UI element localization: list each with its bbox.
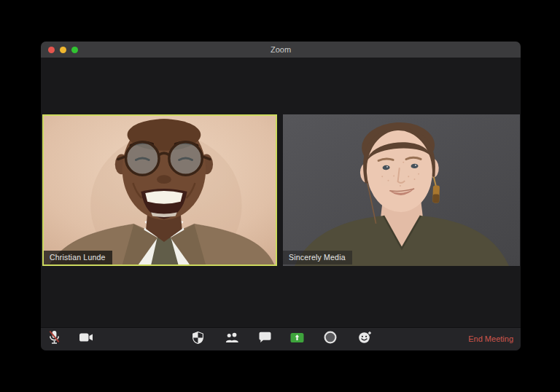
- reactions-smiley-icon: [358, 331, 372, 347]
- mute-button[interactable]: [44, 329, 63, 348]
- video-tile-christian-lunde[interactable]: Christian Lunde: [42, 114, 277, 266]
- shield-icon: [192, 332, 203, 347]
- meeting-toolbar: End Meeting: [41, 327, 521, 350]
- end-meeting-button[interactable]: End Meeting: [468, 328, 513, 350]
- sincerely-media-video-feed: [283, 114, 520, 266]
- participants-button[interactable]: [222, 329, 241, 348]
- record-button[interactable]: [321, 329, 340, 348]
- participant-name-label: Christian Lunde: [44, 251, 112, 264]
- chat-button[interactable]: [255, 329, 274, 348]
- christian-lunde-video-feed: [44, 116, 276, 264]
- window-title: Zoom: [41, 42, 521, 58]
- security-button[interactable]: [188, 329, 207, 348]
- reactions-button[interactable]: [355, 329, 374, 348]
- window-titlebar[interactable]: Zoom: [41, 42, 521, 58]
- participant-name-label: Sincerely Media: [283, 251, 352, 264]
- chat-bubble-icon: [259, 332, 271, 346]
- participants-icon: [225, 332, 239, 346]
- video-tile-sincerely-media[interactable]: Sincerely Media: [283, 114, 520, 266]
- share-screen-icon: [290, 332, 304, 346]
- record-circle-icon: [324, 331, 337, 347]
- microphone-muted-icon: [47, 330, 61, 348]
- zoom-meeting-window: Zoom: [41, 42, 521, 350]
- video-camera-icon: [79, 332, 93, 345]
- start-video-button[interactable]: [77, 329, 96, 348]
- share-screen-button[interactable]: [287, 329, 306, 348]
